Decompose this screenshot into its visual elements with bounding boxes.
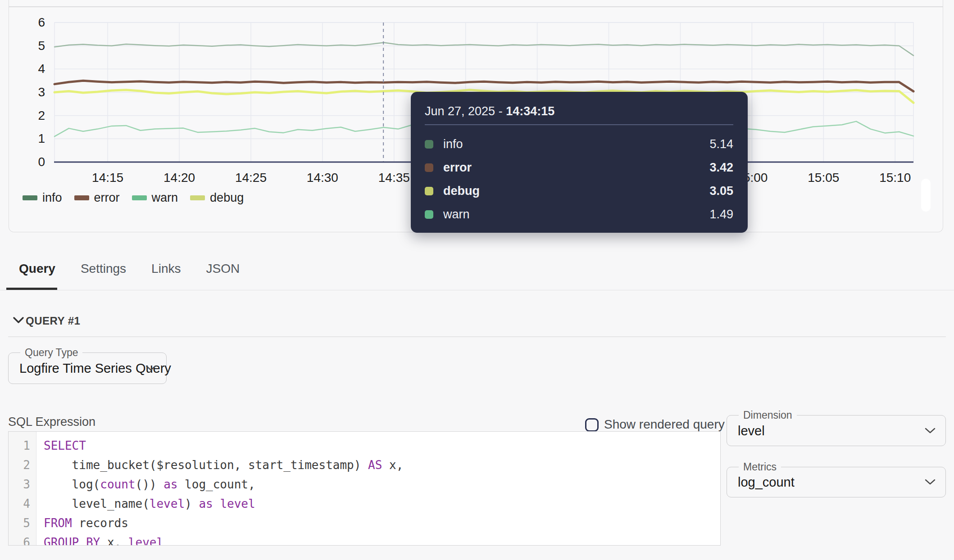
tabs-divider xyxy=(0,290,954,291)
line-number: 6 xyxy=(9,533,36,546)
tooltip-rows: info5.14error3.42debug3.05warn1.49 xyxy=(425,133,733,226)
chevron-down-icon xyxy=(145,365,156,371)
y-tick-label: 3 xyxy=(14,85,45,100)
tooltip-swatch xyxy=(425,187,433,195)
x-tick-label: 14:20 xyxy=(145,170,213,185)
scrollbar-thumb[interactable] xyxy=(921,179,931,212)
tab-links[interactable]: Links xyxy=(139,255,193,283)
y-tick-label: 5 xyxy=(14,38,45,54)
code-line: level_name(level) as level xyxy=(44,494,720,514)
x-tick-label: 14:30 xyxy=(289,170,356,185)
y-tick-label: 6 xyxy=(14,15,45,30)
code-line: GROUP BY x, level xyxy=(44,533,720,546)
metrics-value: log_count xyxy=(738,475,795,490)
line-number-gutter: 123456 xyxy=(9,432,36,545)
x-tick-label: 14:25 xyxy=(217,170,285,185)
x-tick-label: 14:15 xyxy=(74,170,141,185)
tooltip-row: warn1.49 xyxy=(425,203,733,226)
legend-label: error xyxy=(94,191,120,205)
tooltip-row-value: 1.49 xyxy=(709,208,733,221)
y-tick-label: 4 xyxy=(14,61,45,77)
sql-code-editor[interactable]: 123456 SELECT time_bucket($resolution, s… xyxy=(8,431,721,546)
chevron-down-icon[interactable] xyxy=(12,316,25,325)
tooltip-row: debug3.05 xyxy=(425,180,733,203)
query-section-title[interactable]: QUERY #1 xyxy=(26,315,80,327)
legend-swatch xyxy=(190,195,205,200)
tooltip-divider xyxy=(425,124,733,125)
query-section-divider xyxy=(8,336,946,337)
sql-code[interactable]: SELECT time_bucket($resolution, start_ti… xyxy=(36,432,720,545)
metrics-label: Metrics xyxy=(739,461,781,472)
show-rendered-query-label[interactable]: Show rendered query xyxy=(604,417,725,432)
line-number: 5 xyxy=(9,514,36,533)
tooltip-row-value: 3.42 xyxy=(709,161,733,175)
code-line: FROM records xyxy=(44,514,720,533)
tooltip-row: error3.42 xyxy=(425,156,733,180)
code-line: time_bucket($resolution, start_timestamp… xyxy=(44,456,720,475)
tooltip-row-label: debug xyxy=(443,184,480,198)
legend-label: debug xyxy=(210,191,244,205)
legend-swatch xyxy=(74,195,89,200)
code-line: log(count()) as log_count, xyxy=(44,475,720,494)
chevron-down-icon xyxy=(925,428,936,434)
sql-expression-label: SQL Expression xyxy=(8,415,95,429)
tooltip-row-label: error xyxy=(443,161,472,175)
chart-tooltip: Jun 27, 2025 - 14:34:15 info5.14error3.4… xyxy=(411,92,748,233)
y-tick-label: 0 xyxy=(14,154,45,170)
panel-top-divider xyxy=(9,6,943,7)
legend-item-error[interactable]: error xyxy=(74,191,120,205)
code-line: SELECT xyxy=(44,436,720,456)
query-type-label: Query Type xyxy=(20,347,82,358)
dimension-select[interactable]: Dimension level xyxy=(727,415,946,446)
tab-query[interactable]: Query xyxy=(6,255,68,283)
tooltip-timestamp: Jun 27, 2025 - 14:34:15 xyxy=(425,104,733,118)
legend-swatch xyxy=(132,195,147,200)
tooltip-row-label: warn xyxy=(443,208,470,221)
tooltip-swatch xyxy=(425,163,433,172)
query-type-select[interactable]: Query Type Logfire Time Series Query xyxy=(8,352,167,384)
tooltip-row-value: 5.14 xyxy=(709,137,733,151)
tab-json[interactable]: JSON xyxy=(193,255,252,283)
dimension-label: Dimension xyxy=(739,410,797,420)
tooltip-swatch xyxy=(425,140,433,149)
show-rendered-query-checkbox[interactable] xyxy=(585,418,599,432)
y-tick-label: 1 xyxy=(14,131,45,146)
x-tick-label: 15:05 xyxy=(790,170,857,185)
chart-legend: infoerrorwarndebug xyxy=(23,191,244,205)
line-number: 4 xyxy=(9,494,36,514)
tooltip-row-label: info xyxy=(443,137,463,151)
tooltip-row: info5.14 xyxy=(425,133,733,156)
legend-item-warn[interactable]: warn xyxy=(132,191,178,205)
line-number: 2 xyxy=(9,456,36,475)
chevron-down-icon xyxy=(925,479,936,485)
x-tick-label: 15:10 xyxy=(861,170,929,185)
legend-label: warn xyxy=(152,191,178,205)
dimension-value: level xyxy=(738,423,765,438)
line-number: 3 xyxy=(9,475,36,494)
legend-item-debug[interactable]: debug xyxy=(190,191,244,205)
legend-swatch xyxy=(23,195,37,200)
panel-tabs: Query Settings Links JSON xyxy=(6,255,252,283)
y-tick-label: 2 xyxy=(14,108,45,123)
tooltip-swatch xyxy=(425,210,433,219)
line-number: 1 xyxy=(9,436,36,456)
legend-item-info[interactable]: info xyxy=(23,191,62,205)
tab-settings[interactable]: Settings xyxy=(68,255,139,283)
metrics-select[interactable]: Metrics log_count xyxy=(727,467,946,497)
tooltip-row-value: 3.05 xyxy=(709,184,733,198)
legend-label: info xyxy=(42,191,62,205)
